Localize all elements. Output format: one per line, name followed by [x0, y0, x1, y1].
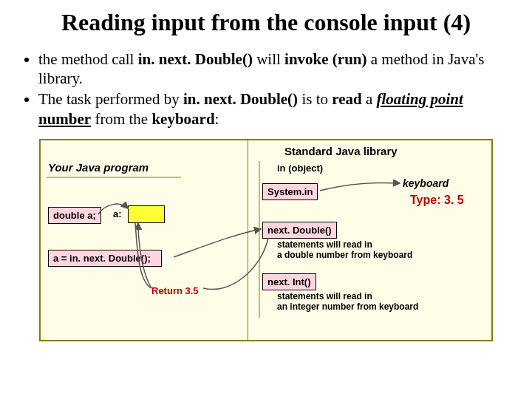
arrows	[41, 140, 491, 340]
page-title: Reading input from the console input (4)	[21, 9, 511, 36]
bullet-1: the method call in. next. Double() will …	[38, 50, 511, 89]
bullet-2: The task performed by in. next. Double()…	[38, 89, 511, 129]
bullet-list: the method call in. next. Double() will …	[21, 50, 511, 129]
diagram: Your Java program Standard Java library …	[39, 139, 493, 341]
